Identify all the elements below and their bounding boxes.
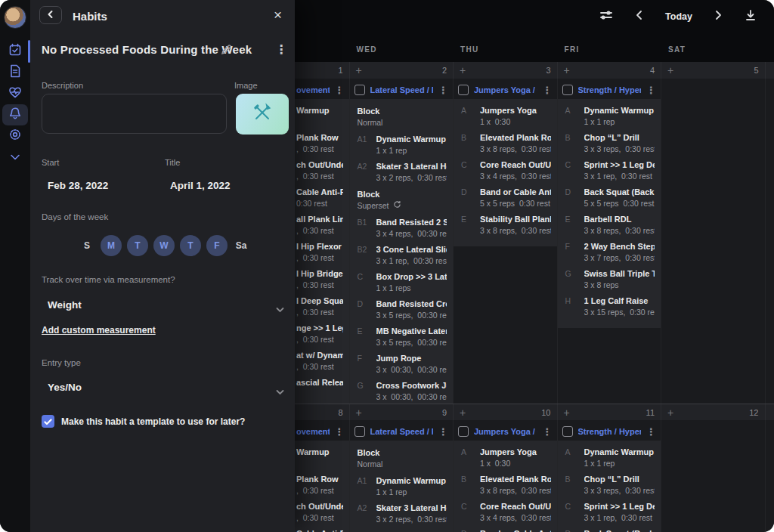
chevron-down-icon[interactable] [276,302,284,316]
exercise-name: Cable Anti-Rotati... [296,528,343,532]
chevron-right-icon[interactable] [713,10,723,23]
edit-pencil-icon[interactable] [221,44,232,58]
measurement-select[interactable]: Weight [48,299,82,311]
filter-sliders-icon[interactable] [599,8,614,26]
exercise-row: A2Skater 3 Lateral Hops >> ...3 x 2 reps… [350,500,454,527]
plus-icon[interactable]: + [667,407,673,418]
exercise-scheme: 1 x 1 rep [584,458,655,469]
exercise-name: 2 Way Bench Step Up [584,241,655,252]
exercise-row: AJumpers Yoga1 x 0:30 [454,103,557,130]
chevron-down-icon[interactable] [276,385,284,398]
kebab-menu-icon[interactable]: ⋮ [335,85,345,95]
workout-checkbox[interactable] [562,85,573,95]
workout-title-row[interactable]: ovement Q...⋮ [295,81,349,99]
workout-card: WarmupPlank Row, 0:30 restch Out/Under, … [295,99,349,404]
today-button[interactable]: Today [665,11,692,22]
back-button[interactable] [39,6,62,24]
kebab-menu-icon[interactable]: ⋮ [646,427,656,437]
workout-title-row[interactable]: Jumpers Yoga / Core⋮ [454,422,557,441]
plus-icon[interactable]: + [564,407,570,418]
exercise-row: nge >> 1 Leg St..., 0:30 rest [295,320,349,348]
day-number: 4 [650,66,655,75]
kebab-menu-icon[interactable]: ⋮ [543,85,553,95]
day-number-strip: 8+9+10+11+12 [295,404,774,420]
exercise-text: Jump Rope3 x 00:30, 00:30 rest [376,353,447,376]
chevron-left-icon[interactable] [634,10,645,23]
plus-icon[interactable]: + [460,65,466,76]
exercise-name: Dynamic Warmup [584,105,655,116]
kebab-menu-icon[interactable]: ⋮ [275,44,287,56]
description-input[interactable] [42,94,227,134]
exercise-row: l Hip Flexor Rais..., 0:30 rest [295,239,349,266]
day-cell-header: 1 [295,62,350,79]
workout-checkbox[interactable] [562,426,573,437]
sidebar [0,0,30,532]
day-number: 3 [546,66,550,75]
document-icon [9,64,21,81]
kebab-menu-icon[interactable]: ⋮ [335,427,345,437]
exercise-text: Dynamic Warmup1 x 1 rep [584,105,655,128]
template-checkbox[interactable] [42,415,54,428]
day-toggle-t[interactable]: T [180,235,201,256]
plus-icon[interactable]: + [667,65,673,76]
day-toggle-sa[interactable]: Sa [233,235,249,256]
workout-title-row[interactable]: ovement Q...⋮ [295,422,349,441]
workout-title-row[interactable]: Lateral Speed / Plyo⋮ [350,81,454,99]
block-header: BlockSuperset [350,527,454,532]
habit-image-tile[interactable] [236,94,289,135]
kebab-menu-icon[interactable]: ⋮ [438,85,448,95]
close-icon[interactable]: × [274,7,282,23]
calendar-toolbar: Today [295,0,774,33]
day-toggle-s[interactable]: S [79,235,95,256]
workout-title: Lateral Speed / Plyo [370,427,434,436]
exercise-text: Sprint >> 1 Leg Declarations3 x 1 rep, 0… [584,501,655,524]
day-cell-header: +11 [558,404,662,420]
exercise-text: Core Reach Out/Under3 x 4 reps, 0:30 res… [480,501,551,524]
sidebar-expand[interactable] [2,147,28,168]
kebab-menu-icon[interactable]: ⋮ [543,427,553,437]
entry-type-select[interactable]: Yes/No [48,382,82,393]
plus-icon[interactable]: + [356,65,362,76]
workout-title-row[interactable]: Strength / Hypertro...⋮ [558,422,661,441]
kebab-menu-icon[interactable]: ⋮ [438,427,448,437]
exercise-name: ch Out/Under [296,501,343,512]
check-icon [44,415,52,428]
exercise-letter: E [358,326,376,348]
exercise-name: Cross Footwork Jump Rope [376,380,447,391]
day-toggle-w[interactable]: W [153,235,175,256]
add-custom-measurement-link[interactable]: Add custom measurement [42,325,156,336]
day-number: 12 [749,408,758,417]
sidebar-item-calendar[interactable] [2,41,28,62]
start-date-field[interactable]: Feb 28, 2022 [48,180,108,191]
workout-checkbox[interactable] [354,426,365,437]
day-toggle-t[interactable]: T [127,235,148,256]
exercise-letter: B [461,474,480,496]
exercise-text: ascial Release C... [296,377,343,400]
download-icon[interactable] [744,8,757,25]
plus-icon[interactable]: + [564,65,570,76]
block-type: Normal [358,459,446,470]
workout-title-row[interactable]: Strength / Hypertro...⋮ [558,81,661,99]
day-cell: Strength / Hypertro...⋮ADynamic Warmup1 … [558,420,662,532]
kebab-menu-icon[interactable]: ⋮ [646,85,656,95]
avatar[interactable] [4,6,26,29]
workout-title-row[interactable]: Jumpers Yoga / Core⋮ [454,81,557,99]
end-date-field[interactable]: April 1, 2022 [170,180,231,191]
sidebar-item-documents[interactable] [2,62,28,83]
workout-checkbox[interactable] [354,85,365,95]
sidebar-item-settings[interactable] [2,125,28,147]
day-cell: Lateral Speed / Plyo⋮BlockNormalA1Dynami… [350,79,454,404]
day-toggle-f[interactable]: F [206,235,228,256]
workout-checkbox[interactable] [458,426,469,437]
sidebar-item-health[interactable] [2,83,28,104]
workout-title-row[interactable]: Lateral Speed / Plyo⋮ [350,422,454,441]
day-toggle-m[interactable]: M [101,235,122,256]
exercise-name: Cable Anti-Rotati... [296,187,343,198]
plus-icon[interactable]: + [460,407,466,418]
sidebar-item-habits[interactable] [2,104,28,125]
exercise-row: DBand or Cable Anti Rotati...5 x 5 reps … [454,526,557,532]
workout-checkbox[interactable] [458,85,469,95]
exercise-name: Elevated Plank Row [480,132,551,144]
exercise-row: Warmup [295,444,349,472]
plus-icon[interactable]: + [356,407,362,418]
